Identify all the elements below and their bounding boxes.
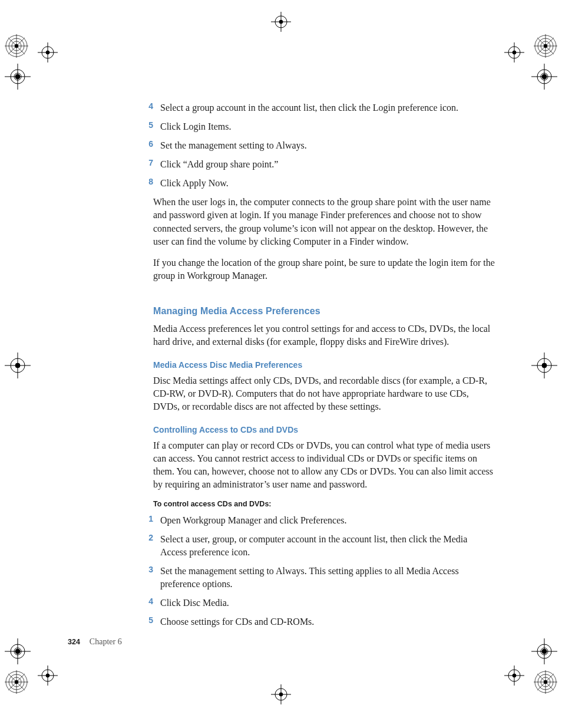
step-number: 7 bbox=[139, 158, 160, 167]
svg-point-19 bbox=[279, 20, 283, 24]
svg-point-27 bbox=[15, 680, 18, 684]
svg-point-4 bbox=[11, 70, 25, 84]
registration-mark-icon bbox=[531, 353, 557, 378]
svg-point-11 bbox=[541, 41, 550, 51]
registration-mark-icon bbox=[531, 64, 557, 90]
step-item: 3Set the management setting to Always. T… bbox=[153, 565, 495, 591]
svg-point-21 bbox=[15, 363, 20, 368]
registration-rosette-icon bbox=[534, 670, 557, 694]
svg-point-9 bbox=[535, 35, 556, 57]
svg-point-18 bbox=[275, 16, 287, 28]
step-number: 4 bbox=[139, 597, 160, 606]
svg-point-39 bbox=[542, 649, 547, 654]
step-number: 5 bbox=[139, 615, 160, 625]
svg-point-12 bbox=[544, 44, 547, 48]
page-footer: 324 Chapter 6 bbox=[68, 636, 122, 647]
chapter-label: Chapter 6 bbox=[90, 637, 122, 646]
svg-point-10 bbox=[538, 38, 553, 54]
svg-point-5 bbox=[14, 73, 21, 80]
svg-point-38 bbox=[541, 648, 548, 655]
svg-point-36 bbox=[544, 680, 547, 684]
step-text: Choose settings for CDs and CD-ROMs. bbox=[160, 615, 314, 628]
svg-point-31 bbox=[42, 670, 54, 681]
svg-point-3 bbox=[15, 44, 18, 48]
step-number: 3 bbox=[139, 565, 160, 574]
svg-point-14 bbox=[541, 73, 548, 80]
numbered-steps-b: 1Open Workgroup Manager and click Prefer… bbox=[153, 514, 495, 629]
subsection-heading-disc-media-prefs: Media Access Disc Media Preferences bbox=[153, 360, 495, 370]
svg-point-29 bbox=[14, 648, 21, 655]
step-item: 8Click Apply Now. bbox=[153, 177, 495, 190]
crosshair-icon bbox=[271, 12, 291, 32]
registration-mark-icon bbox=[5, 353, 31, 378]
subsection-heading-controlling-access: Controlling Access to CDs and DVDs bbox=[153, 425, 495, 434]
step-item: 5Click Login Items. bbox=[153, 120, 495, 133]
body-paragraphs-a: When the user logs in, the computer conn… bbox=[153, 196, 495, 282]
step-text: Select a group account in the account li… bbox=[160, 101, 458, 114]
svg-point-35 bbox=[541, 677, 550, 687]
svg-point-24 bbox=[6, 671, 27, 693]
step-number: 8 bbox=[139, 177, 160, 186]
svg-point-15 bbox=[542, 74, 547, 79]
svg-point-23 bbox=[542, 363, 547, 368]
step-text: Click Disc Media. bbox=[160, 597, 229, 610]
document-page: 4Select a group account in the account l… bbox=[0, 0, 562, 728]
step-text: Set the management setting to Always. bbox=[160, 139, 307, 152]
registration-rosette-icon bbox=[534, 34, 557, 58]
step-text: Click “Add group share point.” bbox=[160, 158, 278, 171]
paragraph: Media Access preferences let you control… bbox=[153, 322, 495, 348]
step-number: 4 bbox=[139, 101, 160, 111]
svg-point-34 bbox=[538, 674, 553, 690]
step-item: 4Select a group account in the account l… bbox=[153, 101, 495, 114]
svg-point-32 bbox=[46, 674, 49, 677]
svg-point-25 bbox=[9, 674, 24, 690]
step-number: 2 bbox=[139, 533, 160, 542]
crosshair-icon bbox=[504, 666, 524, 686]
svg-point-28 bbox=[11, 644, 25, 658]
page-content: 4Select a group account in the account l… bbox=[153, 101, 495, 634]
numbered-steps-a: 4Select a group account in the account l… bbox=[153, 101, 495, 190]
svg-point-33 bbox=[535, 671, 556, 693]
paragraph: When the user logs in, the computer conn… bbox=[153, 196, 495, 248]
step-text: Click Login Items. bbox=[160, 120, 231, 133]
step-number: 6 bbox=[139, 139, 160, 149]
registration-mark-icon bbox=[531, 638, 557, 664]
step-text: Open Workgroup Manager and click Prefere… bbox=[160, 514, 347, 527]
svg-point-6 bbox=[15, 74, 20, 79]
svg-point-13 bbox=[537, 70, 551, 84]
step-item: 2Select a user, group, or computer accou… bbox=[153, 533, 495, 559]
step-item: 4Click Disc Media. bbox=[153, 597, 495, 610]
page-number: 324 bbox=[68, 638, 80, 646]
step-item: 7Click “Add group share point.” bbox=[153, 158, 495, 171]
paragraph: If a computer can play or record CDs or … bbox=[153, 439, 495, 491]
svg-point-43 bbox=[279, 693, 283, 696]
step-text: Select a user, group, or computer accoun… bbox=[160, 533, 495, 559]
paragraph: If you change the location of the group … bbox=[153, 256, 495, 282]
svg-point-0 bbox=[6, 35, 27, 57]
crosshair-icon bbox=[38, 42, 58, 62]
section-heading-managing-media-access: Managing Media Access Preferences bbox=[153, 306, 495, 317]
crosshair-icon bbox=[271, 684, 291, 704]
svg-point-2 bbox=[12, 41, 21, 51]
step-number: 5 bbox=[139, 120, 160, 130]
svg-point-17 bbox=[513, 51, 516, 54]
svg-point-40 bbox=[508, 670, 520, 681]
svg-point-7 bbox=[42, 47, 54, 58]
svg-point-41 bbox=[513, 674, 516, 677]
svg-point-22 bbox=[537, 358, 551, 373]
step-text: Set the management setting to Always. Th… bbox=[160, 565, 495, 591]
step-item: 5Choose settings for CDs and CD-ROMs. bbox=[153, 615, 495, 628]
svg-point-8 bbox=[46, 51, 49, 54]
step-number: 1 bbox=[139, 514, 160, 523]
registration-rosette-icon bbox=[5, 34, 28, 58]
step-item: 6Set the management setting to Always. bbox=[153, 139, 495, 152]
svg-point-20 bbox=[11, 358, 25, 373]
registration-rosette-icon bbox=[5, 670, 28, 694]
step-text: Click Apply Now. bbox=[160, 177, 229, 190]
registration-mark-icon bbox=[5, 64, 31, 90]
task-heading-to-control-access: To control access CDs and DVDs: bbox=[153, 500, 495, 508]
svg-point-26 bbox=[12, 677, 21, 687]
crosshair-icon bbox=[38, 666, 58, 686]
paragraph: Disc Media settings affect only CDs, DVD… bbox=[153, 374, 495, 413]
svg-point-16 bbox=[508, 47, 520, 58]
